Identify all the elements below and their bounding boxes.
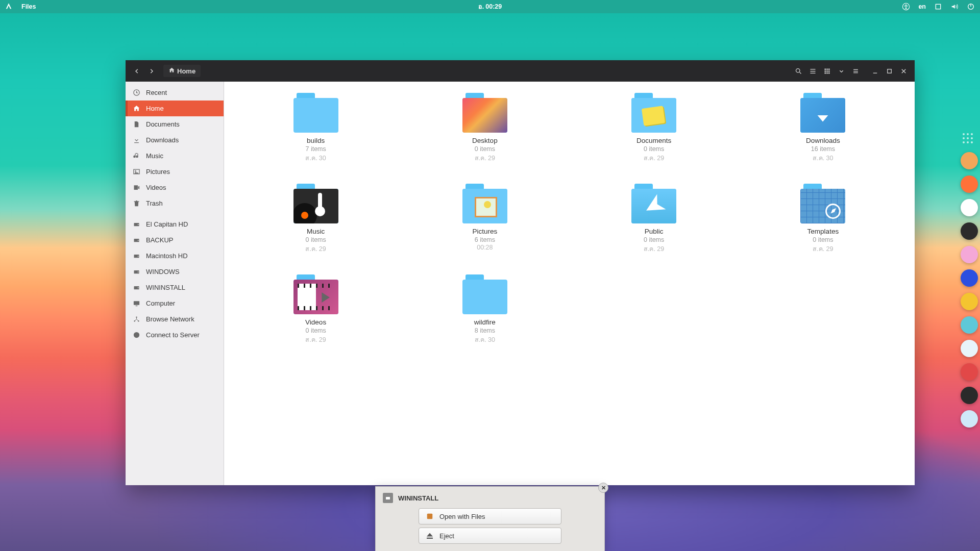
- folder-item-count: 0 items: [305, 327, 326, 334]
- sidebar-item-browse-network[interactable]: Browse Network: [126, 311, 224, 327]
- top-panel: Files อ. 00:29 en: [0, 0, 980, 13]
- eject-button[interactable]: Eject: [419, 528, 561, 544]
- folder-name: builds: [307, 137, 325, 144]
- sidebar-item-label: Browse Network: [146, 315, 194, 323]
- sidebar-item-label: Computer: [146, 299, 175, 307]
- view-list-button[interactable]: [805, 64, 820, 78]
- sidebar-item-home[interactable]: Home: [126, 101, 224, 116]
- dock-app-app-dark[interactable]: [961, 387, 978, 404]
- drive-icon: [133, 284, 140, 291]
- trash-icon: [133, 199, 140, 207]
- nav-forward-button[interactable]: [144, 64, 158, 78]
- sidebar-item-documents[interactable]: Documents: [126, 116, 224, 132]
- nav-back-button[interactable]: [130, 64, 144, 78]
- files-window: Home RecentHomeDocumentsDownloadsMusicPi…: [126, 60, 915, 485]
- dock-app-terminal[interactable]: [961, 222, 978, 240]
- sidebar-item-el-capitan-hd[interactable]: El Capitan HD: [126, 216, 224, 232]
- window-maximize-button[interactable]: [882, 64, 896, 78]
- window-close-button[interactable]: [896, 64, 911, 78]
- app-grid-icon[interactable]: [961, 133, 975, 144]
- a11y-icon[interactable]: [902, 3, 910, 11]
- notification-close-button[interactable]: ✕: [598, 483, 608, 493]
- network-icon: [133, 315, 140, 323]
- sidebar-item-music[interactable]: Music: [126, 148, 224, 164]
- sidebar-item-trash[interactable]: Trash: [126, 195, 224, 211]
- folder-music[interactable]: Music 0 items ส.ค. 29: [236, 184, 395, 254]
- folder-name: Downloads: [806, 137, 840, 144]
- globe-icon: [133, 331, 140, 339]
- drive-icon: [383, 493, 393, 503]
- clock-prefix: อ.: [478, 2, 484, 12]
- dock-app-chromium[interactable]: [961, 410, 978, 428]
- folder-item-count: 0 items: [644, 145, 664, 153]
- folder-public[interactable]: Public 0 items ส.ค. 29: [575, 184, 733, 254]
- clock-time: 00:29: [485, 3, 502, 10]
- pathbar[interactable]: Home: [163, 65, 201, 77]
- folder-icon: [462, 274, 507, 314]
- panel-clock[interactable]: อ. 00:29: [478, 2, 502, 12]
- dock-app-app-cyan[interactable]: [961, 316, 978, 334]
- sidebar-item-label: Documents: [146, 120, 180, 128]
- view-options-button[interactable]: [834, 64, 848, 78]
- eject-icon[interactable]: [209, 284, 216, 291]
- folder-downloads[interactable]: Downloads 16 items ส.ค. 30: [744, 93, 902, 163]
- dock-app-app-red[interactable]: [961, 363, 978, 381]
- sidebar-item-label: WININSTALL: [146, 284, 185, 291]
- open-with-files-label: Open with Files: [439, 513, 485, 520]
- folder-name: Documents: [636, 137, 671, 144]
- content-area[interactable]: builds 7 items ส.ค. 30 Desktop 0 items ส…: [224, 82, 915, 485]
- activities-icon[interactable]: [5, 3, 12, 11]
- sound-icon[interactable]: [950, 3, 959, 11]
- sidebar-item-label: Downloads: [146, 136, 179, 144]
- dock-app-app-blue[interactable]: [961, 269, 978, 287]
- folder-date: 00:28: [477, 244, 493, 251]
- folder-documents[interactable]: Documents 0 items ส.ค. 29: [575, 93, 733, 163]
- sidebar-item-backup[interactable]: BACKUP: [126, 232, 224, 248]
- sidebar-item-connect-to-server[interactable]: Connect to Server: [126, 327, 224, 343]
- sidebar-item-recent[interactable]: Recent: [126, 85, 224, 101]
- sidebar-item-windows[interactable]: WINDOWS: [126, 264, 224, 280]
- dock-app-chrome[interactable]: [961, 199, 978, 216]
- sidebar-item-pictures[interactable]: Pictures: [126, 164, 224, 180]
- folder-builds[interactable]: builds 7 items ส.ค. 30: [236, 93, 395, 163]
- folder-pictures[interactable]: Pictures 6 items 00:28: [405, 184, 564, 254]
- sidebar-item-wininstall[interactable]: WININSTALL: [126, 280, 224, 295]
- dock-app-safari[interactable]: [961, 340, 978, 357]
- folder-name: Videos: [305, 318, 326, 326]
- folder-item-count: 6 items: [475, 236, 495, 243]
- dock-app-files[interactable]: [961, 152, 978, 169]
- sidebar-item-label: Trash: [146, 199, 163, 207]
- home-icon: [168, 66, 175, 76]
- home-icon: [133, 105, 140, 112]
- view-grid-button[interactable]: [820, 64, 834, 78]
- drive-icon: [133, 252, 140, 260]
- sidebar-item-label: Macintosh HD: [146, 252, 188, 260]
- files-app-icon: [425, 512, 434, 521]
- dock-app-app-pink[interactable]: [961, 246, 978, 263]
- sidebar-item-videos[interactable]: Videos: [126, 180, 224, 195]
- dock-app-app-yellow[interactable]: [961, 293, 978, 310]
- folder-date: ส.ค. 29: [305, 335, 326, 345]
- screen-icon[interactable]: [934, 3, 942, 11]
- sidebar-item-macintosh-hd[interactable]: Macintosh HD: [126, 248, 224, 264]
- folder-item-count: 0 items: [813, 236, 833, 243]
- folder-videos[interactable]: Videos 0 items ส.ค. 29: [236, 274, 395, 345]
- dock-app-firefox[interactable]: [961, 176, 978, 193]
- input-lang[interactable]: en: [918, 3, 926, 10]
- folder-name: Music: [307, 228, 325, 235]
- dock: [961, 133, 978, 428]
- folder-item-count: 0 items: [644, 236, 664, 243]
- active-app-label[interactable]: Files: [21, 3, 36, 10]
- window-minimize-button[interactable]: [868, 64, 882, 78]
- folder-desktop[interactable]: Desktop 0 items ส.ค. 29: [405, 93, 564, 163]
- open-with-files-button[interactable]: Open with Files: [419, 508, 561, 524]
- power-icon[interactable]: [967, 3, 975, 11]
- folder-icon: [631, 184, 676, 223]
- sidebar-item-downloads[interactable]: Downloads: [126, 132, 224, 148]
- search-button[interactable]: [791, 64, 805, 78]
- titlebar: Home: [126, 60, 915, 82]
- hamburger-menu-button[interactable]: [848, 64, 863, 78]
- sidebar-item-computer[interactable]: Computer: [126, 295, 224, 311]
- folder-wildfire[interactable]: wildfire 8 items ส.ค. 30: [405, 274, 564, 345]
- folder-templates[interactable]: Templates 0 items ส.ค. 29: [744, 184, 902, 254]
